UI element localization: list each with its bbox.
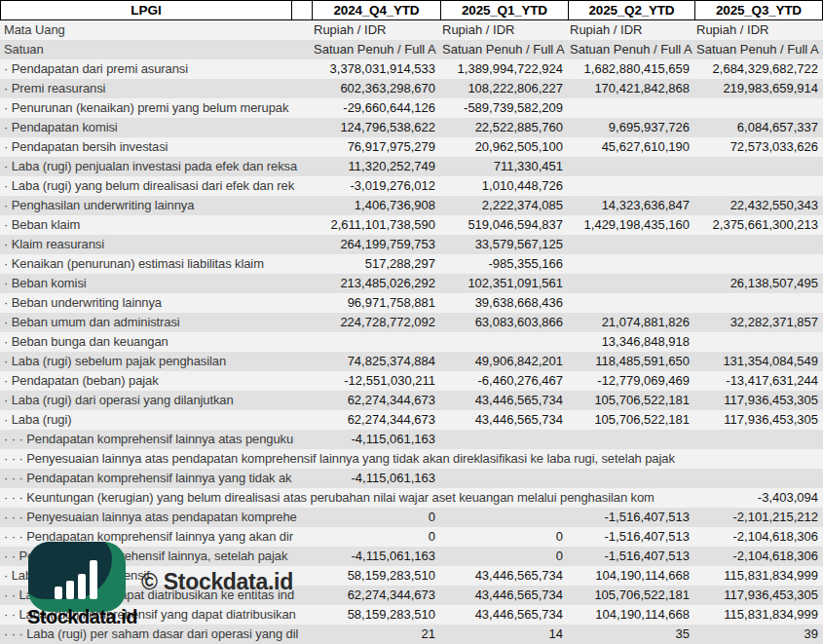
row-label: · · · Keuntungan (kerugian) yang belum d… (0, 488, 694, 508)
value-cell (694, 430, 823, 449)
stockdata-logo-icon (28, 542, 126, 612)
table-header-row: LPGI 2024_Q4_YTD 2025_Q1_YTD 2025_Q2_YTD… (0, 0, 823, 20)
value-cell (694, 293, 823, 313)
table-row: · · · Pendapatan komprehensif lainnya ya… (0, 469, 823, 488)
value-cell: -4,115,061,163 (312, 430, 440, 449)
currency-row: Mata Uang Rupiah / IDR Rupiah / IDR Rupi… (0, 20, 823, 40)
table-row: · Kenaikan (penurunan) estimasi liabilit… (0, 254, 823, 274)
value-cell: 62,274,344,673 (312, 586, 440, 605)
value-cell (694, 176, 823, 196)
value-cell: -12,551,030,211 (312, 371, 440, 391)
table-row: · · · Pendapatan komprehensif lainnya ya… (0, 527, 823, 547)
value-cell: 21,074,881,826 (568, 313, 694, 332)
value-cell: 711,330,451 (440, 157, 568, 176)
value-cell: 22,432,550,343 (694, 196, 823, 215)
value-cell: 22,522,885,760 (440, 118, 568, 137)
copyright-watermark: © Stockdata.id (141, 569, 293, 595)
value-cell: 104,190,114,668 (568, 566, 694, 586)
value-cell: 219,983,659,914 (694, 79, 823, 98)
value-cell: -12,779,069,469 (568, 371, 694, 391)
row-label: · Laba (rugi) dari operasi yang dilanjut… (0, 391, 312, 410)
row-label: · Pendapatan (beban) pajak (0, 371, 312, 391)
value-cell (568, 274, 694, 293)
value-cell: 43,446,565,734 (440, 410, 568, 430)
currency-value: Rupiah / IDR (568, 20, 694, 40)
value-cell (694, 157, 823, 176)
value-cell: 115,831,834,999 (694, 605, 823, 625)
value-cell (694, 235, 823, 254)
value-cell: 104,190,114,668 (568, 605, 694, 625)
row-label: · · · Pendapatan komprehensif lainnya ya… (0, 469, 312, 488)
value-cell (694, 98, 823, 118)
table-row: · Laba (rugi) yang belum direalisasi dar… (0, 176, 823, 196)
header-spacer (292, 1, 312, 19)
value-cell: 20,962,505,100 (440, 137, 568, 157)
table-row: · Beban bunga dan keuangan13,346,848,918 (0, 332, 823, 352)
row-label: · Laba (rugi) yang belum direalisasi dar… (0, 176, 312, 196)
value-cell: 33,579,567,125 (440, 235, 568, 254)
value-cell: 1,406,736,908 (312, 196, 440, 215)
row-label: · · · Penyesuaian lainnya atas pendapata… (0, 449, 823, 469)
table-row: · Laba (rugi) dari operasi yang dilanjut… (0, 391, 823, 410)
value-cell: -4,115,061,163 (312, 469, 440, 488)
unit-value: Satuan Penuh / Full A (568, 40, 694, 59)
value-cell: 2,222,374,085 (440, 196, 568, 215)
value-cell: 0 (312, 527, 440, 547)
value-cell (694, 469, 823, 488)
value-cell: 58,159,283,510 (312, 566, 440, 586)
value-cell: 105,706,522,181 (568, 391, 694, 410)
currency-value: Rupiah / IDR (440, 20, 568, 40)
value-cell (568, 469, 694, 488)
value-cell: -4,115,061,163 (312, 547, 440, 566)
value-cell: 519,046,594,837 (440, 215, 568, 235)
value-cell: 105,706,522,181 (568, 410, 694, 430)
row-label: · Kenaikan (penurunan) estimasi liabilit… (0, 254, 312, 274)
value-cell: 43,446,565,734 (440, 605, 568, 625)
row-label: · Laba (rugi) penjualan investasi pada e… (0, 157, 312, 176)
currency-value: Rupiah / IDR (312, 20, 440, 40)
value-cell (568, 157, 694, 176)
period-header-2025-q1: 2025_Q1_YTD (440, 1, 568, 19)
financial-statement-sheet: LPGI 2024_Q4_YTD 2025_Q1_YTD 2025_Q2_YTD… (0, 0, 823, 644)
row-label: · · · Pendapatan komprehensif lainnya at… (0, 430, 312, 449)
row-label: · Penurunan (kenaikan) premi yang belum … (0, 98, 312, 118)
value-cell: -6,460,276,467 (440, 371, 568, 391)
value-cell: 517,288,297 (312, 254, 440, 274)
value-cell: 124,796,538,622 (312, 118, 440, 137)
value-cell (568, 254, 694, 274)
value-cell: -1,516,407,513 (568, 508, 694, 527)
table-row: · Laba (rugi) penjualan investasi pada e… (0, 157, 823, 176)
unit-row: Satuan Satuan Penuh / Full A Satuan Penu… (0, 40, 823, 59)
value-cell: 108,222,806,227 (440, 79, 568, 98)
value-cell: -1,516,407,513 (568, 527, 694, 547)
unit-value: Satuan Penuh / Full A (440, 40, 568, 59)
period-header-2024-q4: 2024_Q4_YTD (312, 1, 440, 19)
value-cell: 115,831,834,999 (694, 566, 823, 586)
value-cell: 49,906,842,201 (440, 352, 568, 371)
value-cell: 264,199,759,753 (312, 235, 440, 254)
value-cell: -3,019,276,012 (312, 176, 440, 196)
value-cell: 39,638,668,436 (440, 293, 568, 313)
value-cell (568, 235, 694, 254)
row-label: · Beban underwriting lainnya (0, 293, 312, 313)
row-label: · Pendapatan dari premi asuransi (0, 59, 312, 79)
value-cell: -1,516,407,513 (568, 547, 694, 566)
value-cell: 213,485,026,292 (312, 274, 440, 293)
value-cell: 131,354,084,549 (694, 352, 823, 371)
value-cell: 2,684,329,682,722 (694, 59, 823, 79)
value-cell: 117,936,453,305 (694, 391, 823, 410)
value-cell (440, 469, 568, 488)
value-cell: -2,101,215,212 (694, 508, 823, 527)
value-cell: 58,159,283,510 (312, 605, 440, 625)
value-cell: 3,378,031,914,533 (312, 59, 440, 79)
table-row: · Laba (rugi)62,274,344,67343,446,565,73… (0, 410, 823, 430)
value-cell (694, 254, 823, 274)
row-label: Satuan (0, 40, 312, 59)
table-row: · · · Pendapatan komprehensif lainnya at… (0, 430, 823, 449)
currency-value: Rupiah / IDR (694, 20, 823, 40)
value-cell: 170,421,842,868 (568, 79, 694, 98)
table-row: · Beban umum dan administrasi224,728,772… (0, 313, 823, 332)
value-cell: -985,355,166 (440, 254, 568, 274)
value-cell: 0 (440, 527, 568, 547)
row-label: · Beban umum dan administrasi (0, 313, 312, 332)
